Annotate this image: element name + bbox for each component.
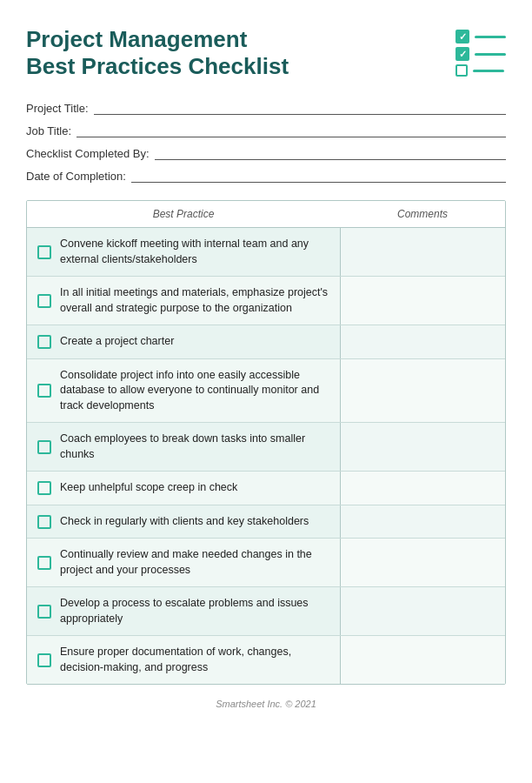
checklist-table: Best Practice Comments Convene kickoff m… — [26, 200, 506, 685]
practice-text-1: Convene kickoff meeting with internal te… — [60, 237, 329, 267]
row-practice-9: Develop a process to escalate problems a… — [27, 587, 340, 635]
icon-line-3 — [473, 70, 504, 72]
table-row: Develop a process to escalate problems a… — [27, 587, 505, 636]
row-practice-3: Create a project charter — [27, 325, 340, 358]
row-practice-7: Check in regularly with clients and key … — [27, 505, 340, 539]
row-comments-6 — [340, 472, 505, 505]
row-practice-2: In all initial meetings and materials, e… — [27, 277, 340, 325]
page-header: Project Management Best Practices Checkl… — [26, 26, 506, 80]
project-title-line — [94, 101, 506, 115]
checklist-icon: ✓ ✓ — [456, 30, 506, 77]
practice-text-10: Ensure proper documentation of work, cha… — [60, 645, 329, 675]
practice-text-7: Check in regularly with clients and key … — [60, 514, 309, 530]
table-row: Keep unhelpful scope creep in check — [27, 472, 505, 505]
practice-text-6: Keep unhelpful scope creep in check — [60, 480, 237, 496]
row-comments-7 — [340, 505, 505, 539]
icon-line-2 — [475, 53, 506, 56]
completed-by-label: Checklist Completed By: — [26, 147, 150, 160]
table-header: Best Practice Comments — [27, 201, 505, 228]
empty-square-icon — [456, 64, 468, 77]
job-title-field: Job Title: — [26, 124, 506, 137]
project-title-label: Project Title: — [26, 102, 89, 115]
row-comments-9 — [340, 587, 505, 635]
row-comments-4 — [340, 359, 505, 423]
icon-line-1 — [475, 36, 506, 38]
title-line1: Project Management — [26, 26, 247, 52]
footer: Smartsheet Inc. © 2021 — [26, 699, 506, 709]
col-header-practice: Best Practice — [27, 201, 340, 227]
date-label: Date of Completion: — [26, 170, 126, 183]
checkbox-6[interactable] — [37, 481, 51, 495]
checkbox-5[interactable] — [37, 440, 51, 454]
form-fields: Project Title: Job Title: Checklist Comp… — [26, 101, 506, 183]
row-practice-4: Consolidate project info into one easily… — [27, 359, 340, 423]
date-field: Date of Completion: — [26, 169, 506, 183]
row-comments-1 — [340, 228, 505, 276]
table-row: Convene kickoff meeting with internal te… — [27, 228, 505, 277]
table-row: Create a project charter — [27, 325, 505, 359]
title-line2: Best Practices Checklist — [26, 53, 289, 79]
job-title-label: Job Title: — [26, 124, 71, 137]
checkmark-icon: ✓ — [456, 30, 469, 44]
practice-text-5: Coach employees to break down tasks into… — [60, 432, 329, 462]
checkbox-8[interactable] — [37, 556, 51, 570]
row-practice-6: Keep unhelpful scope creep in check — [27, 472, 340, 505]
checkbox-4[interactable] — [37, 384, 51, 398]
checkbox-2[interactable] — [37, 294, 51, 308]
table-row: Check in regularly with clients and key … — [27, 505, 505, 539]
practice-text-9: Develop a process to escalate problems a… — [60, 596, 329, 626]
completed-by-field: Checklist Completed By: — [26, 146, 506, 160]
table-row: Continually review and make needed chang… — [27, 539, 505, 587]
checkbox-9[interactable] — [37, 605, 51, 619]
table-row: In all initial meetings and materials, e… — [27, 277, 505, 325]
checkmark-icon-2: ✓ — [456, 47, 469, 61]
row-comments-3 — [340, 325, 505, 358]
row-comments-10 — [340, 636, 505, 684]
checkbox-7[interactable] — [37, 515, 51, 529]
row-practice-5: Coach employees to break down tasks into… — [27, 423, 340, 471]
table-row: Consolidate project info into one easily… — [27, 359, 505, 424]
practice-text-8: Continually review and make needed chang… — [60, 547, 329, 578]
job-title-line — [76, 124, 506, 137]
project-title-field: Project Title: — [26, 101, 506, 115]
row-comments-8 — [340, 539, 505, 586]
row-practice-10: Ensure proper documentation of work, cha… — [27, 636, 340, 684]
table-body: Convene kickoff meeting with internal te… — [27, 228, 505, 684]
checkbox-1[interactable] — [37, 245, 51, 259]
practice-text-4: Consolidate project info into one easily… — [60, 368, 329, 414]
practice-text-3: Create a project charter — [60, 334, 174, 350]
col-header-comments: Comments — [340, 201, 505, 227]
row-practice-1: Convene kickoff meeting with internal te… — [27, 228, 340, 276]
checkbox-10[interactable] — [37, 653, 51, 667]
completed-by-line — [155, 146, 506, 160]
table-row: Ensure proper documentation of work, cha… — [27, 636, 505, 684]
table-row: Coach employees to break down tasks into… — [27, 423, 505, 472]
checkbox-3[interactable] — [37, 335, 51, 349]
date-line — [131, 169, 506, 183]
page-title: Project Management Best Practices Checkl… — [26, 26, 289, 80]
practice-text-2: In all initial meetings and materials, e… — [60, 285, 329, 316]
footer-text: Smartsheet Inc. © 2021 — [216, 699, 316, 709]
row-comments-5 — [340, 423, 505, 471]
row-practice-8: Continually review and make needed chang… — [27, 539, 340, 586]
row-comments-2 — [340, 277, 505, 325]
